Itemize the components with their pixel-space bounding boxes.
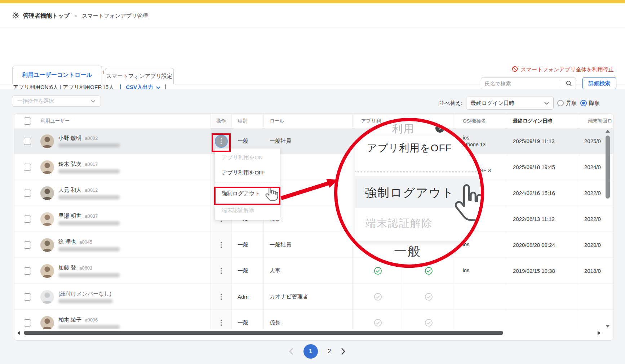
col-type: 種別	[231, 114, 263, 128]
user-table-card: 利用ユーザー 操作 種別 ロール アプリ利 OS/機種名 最終ログイン日時 端末…	[14, 114, 613, 341]
sort-controls: 並べ替え: 最終ログイン日時 昇順 降順	[439, 97, 600, 110]
table-row: 小野 敏明a0002 一般 一般社員 iosiPhone 13 2025/09/…	[14, 128, 613, 154]
row-checkbox[interactable]	[24, 267, 31, 275]
blurred-email	[58, 143, 120, 147]
next-page-icon[interactable]	[341, 348, 346, 355]
vertical-scrollbar-thumb[interactable]	[606, 136, 610, 199]
magnified-type-fragment: 一般	[394, 243, 421, 260]
sort-field-select[interactable]: 最終ログイン日時	[466, 97, 554, 110]
sort-asc-radio[interactable]: 昇順	[557, 100, 577, 107]
row-checkbox[interactable]	[24, 319, 31, 327]
magnified-item-force-logout: 強制ログアウト	[365, 185, 455, 201]
menu-item-app-off[interactable]: アプリ利用をOFF	[215, 165, 280, 180]
prohibition-icon	[512, 66, 518, 73]
blurred-email	[58, 247, 120, 251]
chevron-down-icon	[91, 99, 96, 103]
sort-desc-radio[interactable]: 降順	[580, 100, 600, 107]
avatar	[40, 264, 54, 278]
breadcrumb-current: スマートフォンアプリ管理	[82, 13, 148, 19]
scroll-down-arrow-icon[interactable]	[606, 325, 610, 328]
row-checkbox[interactable]	[24, 138, 31, 145]
scroll-up-arrow-icon[interactable]	[606, 130, 610, 133]
avatar-placeholder	[40, 290, 54, 304]
annotation-box-force-logout	[214, 187, 280, 205]
row-actions-kebab-button[interactable]	[221, 268, 222, 274]
menu-item-app-on[interactable]: アプリ利用をON	[215, 150, 280, 165]
device-auth-status-none	[403, 310, 454, 329]
blurred-email	[58, 195, 120, 199]
scroll-left-arrow-icon[interactable]	[17, 331, 20, 335]
bulk-action-select[interactable]: 一括操作を選択	[12, 96, 101, 107]
avatar	[40, 212, 54, 226]
table-row: 徐 理也a0045 一般 一般社員 ios 2020/08/28 09:24 2…	[14, 232, 613, 258]
col-user: 利用ユーザー	[40, 114, 210, 128]
table-row: 加藤 登a0603 一般 人事 ios 2019/02/15 10:38 201…	[14, 258, 613, 284]
blurred-email	[58, 273, 120, 277]
row-action-menu: アプリ利用をON アプリ利用をOFF 強制ログアウト 端末認証解除	[215, 148, 280, 220]
blurred-email	[58, 221, 120, 225]
table-row: 早瀬 明世a0037 一般 社長 2022/06/13 11:12 2022/0	[14, 206, 613, 232]
top-accent-bar	[0, 0, 625, 3]
avatar	[40, 316, 54, 329]
row-actions-kebab-button[interactable]	[221, 242, 222, 248]
tab-app-settings[interactable]: スマートフォンアプリ設定	[105, 68, 174, 84]
advanced-search-button[interactable]: 詳細検索	[582, 77, 616, 90]
avatar	[40, 238, 54, 252]
vertical-scrollbar[interactable]	[605, 128, 610, 330]
row-checkbox[interactable]	[24, 216, 31, 223]
magnified-item-app-off: アプリ利用をOFF	[367, 141, 452, 155]
breadcrumb-root[interactable]: 管理者機能トップ	[23, 12, 70, 20]
gear-icon	[12, 11, 20, 21]
horizontal-scrollbar[interactable]	[14, 330, 613, 336]
app-usage-status-none	[352, 284, 403, 310]
tab-user-control[interactable]: 利用ユーザーコントロール	[12, 66, 102, 84]
scroll-right-arrow-icon[interactable]	[598, 331, 600, 335]
sort-label: 並べ替え:	[439, 100, 462, 107]
breadcrumb-separator: ＞	[73, 12, 79, 20]
annotation-arrow	[274, 169, 346, 209]
radio-icon	[580, 100, 587, 106]
page-button-2[interactable]: 2	[328, 348, 331, 355]
name-search-box[interactable]	[481, 77, 576, 90]
row-actions-kebab-button[interactable]	[221, 294, 222, 300]
row-checkbox[interactable]	[24, 190, 31, 197]
col-role: ロール	[263, 114, 352, 128]
stop-all-apps-link[interactable]: スマートフォンアプリ全体を利用停止	[512, 66, 614, 73]
avatar	[40, 134, 54, 148]
breadcrumb: 管理者機能トップ ＞ スマートフォンアプリ管理	[12, 11, 148, 21]
select-all-checkbox[interactable]	[24, 117, 31, 125]
avatar	[40, 186, 54, 200]
magnifier-callout: 利用 ? アプリ利用をOFF 強制ログアウト 端末認証解除 一般	[334, 118, 484, 268]
menu-divider	[215, 182, 280, 182]
row-checkbox[interactable]	[24, 241, 31, 249]
col-first-login: 端末初回ロ	[579, 114, 613, 128]
blurred-email	[58, 299, 112, 303]
device-auth-status-none	[403, 284, 454, 310]
app-usage-status-none	[352, 310, 403, 329]
row-checkbox[interactable]	[24, 164, 31, 171]
pagination: 1 2	[267, 342, 368, 360]
horizontal-scrollbar-thumb[interactable]	[24, 331, 503, 335]
page-button-1[interactable]: 1	[303, 344, 318, 359]
row-actions-kebab-button[interactable]	[221, 320, 222, 326]
tab-bar: 利用ユーザーコントロール スマートフォンアプリ設定 スマートフォンアプリ全体を利…	[0, 28, 625, 57]
col-last-login: 最終ログイン日時	[507, 114, 579, 128]
avatar	[40, 160, 54, 174]
magnified-menu-panel: アプリ利用をOFF 強制ログアウト 端末認証解除	[355, 136, 483, 241]
table-row: (紐付けメンバーなし) Adm カオナビ管理者	[14, 284, 613, 310]
blurred-email	[58, 325, 120, 329]
col-actions: 操作	[210, 114, 231, 128]
page-header: 管理者機能トップ ＞ スマートフォンアプリ管理	[0, 3, 625, 27]
table-body: 小野 敏明a0002 一般 一般社員 iosiPhone 13 2025/09/…	[14, 128, 613, 329]
table-header-row: 利用ユーザー 操作 種別 ロール アプリ利 OS/機種名 最終ログイン日時 端末…	[14, 114, 613, 128]
chevron-down-icon	[544, 102, 549, 105]
magnified-header-fragment: 利用	[392, 122, 415, 136]
prev-page-icon[interactable]	[289, 348, 294, 355]
radio-icon	[557, 100, 564, 106]
search-area: 詳細検索	[481, 77, 616, 90]
search-input[interactable]	[481, 81, 562, 86]
search-icon[interactable]	[562, 79, 576, 88]
annotation-box-kebab	[212, 133, 231, 152]
row-checkbox[interactable]	[24, 293, 31, 301]
blurred-email	[58, 169, 120, 173]
